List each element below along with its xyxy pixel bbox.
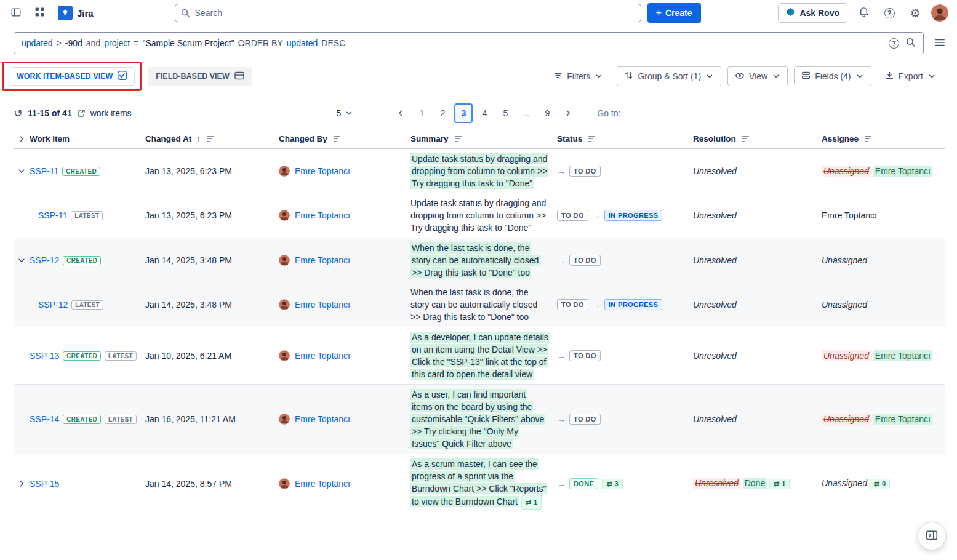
group-sort-button[interactable]: Group & Sort (1) [617, 66, 721, 86]
assignee-change-count-badge[interactable]: ⇄0 [870, 479, 890, 489]
column-menu-icon[interactable] [741, 134, 750, 144]
notifications-button[interactable] [854, 3, 873, 23]
history-table: Work Item Changed At ↑ Changed By Summar… [14, 129, 945, 513]
changed-by-link[interactable]: Emre Toptancı [295, 479, 350, 489]
ask-rovo-button[interactable]: Ask Rovo [778, 3, 847, 23]
assignee-cell: Unassigned [822, 300, 943, 310]
changed-at-cell: Jan 14, 2025, 3:48 PM [145, 255, 279, 265]
help-button[interactable]: ? [879, 3, 899, 23]
jql-query-input[interactable]: updated > -90d and project = "Sample Scr… [14, 32, 924, 54]
header-assignee[interactable]: Assignee [822, 134, 943, 144]
filters-label: Filters [567, 71, 590, 81]
created-badge: CREATED [63, 415, 101, 424]
work-item-key-link[interactable]: SSP-12 [30, 255, 59, 265]
page-button-5[interactable]: 5 [496, 103, 515, 123]
search-input[interactable] [175, 4, 641, 22]
latest-badge: LATEST [105, 351, 137, 361]
status-change-count-badge[interactable]: ⇄3 [602, 479, 622, 489]
assignee-cell: Unassigned ⇄0 [822, 478, 943, 489]
previous-page-button[interactable] [391, 103, 410, 123]
resolution-cell: Unresolved [693, 351, 822, 361]
summary-change-count-badge[interactable]: ⇄1 [521, 495, 542, 510]
header-assignee-label: Assignee [822, 134, 859, 143]
collapse-chevron-down-icon[interactable] [14, 167, 30, 175]
view-button[interactable]: View [727, 66, 788, 86]
work-item-key-link[interactable]: SSP-14 [30, 414, 59, 424]
status-cell: → DONE ⇄3 [557, 478, 693, 489]
status-lozenge-todo: TO DO [557, 210, 588, 221]
external-link-icon[interactable] [77, 109, 86, 118]
jira-home-link[interactable]: Jira [58, 6, 94, 20]
header-summary[interactable]: Summary [410, 134, 557, 144]
assignee-value: Unassigned [822, 478, 867, 488]
changed-by-link[interactable]: Emre Toptancı [295, 166, 350, 176]
changed-by-link[interactable]: Emre Toptancı [295, 210, 350, 220]
header-chevron-right-icon[interactable] [14, 135, 30, 143]
page-button-9[interactable]: 9 [538, 103, 556, 123]
status-lozenge-todo: TO DO [569, 414, 601, 425]
column-menu-icon[interactable] [587, 134, 596, 144]
refresh-icon[interactable]: ↺ [14, 108, 23, 119]
work-item-key-link[interactable]: SSP-13 [30, 351, 59, 361]
column-menu-icon[interactable] [454, 134, 463, 144]
app-switcher-button[interactable] [30, 3, 49, 23]
changed-by-link[interactable]: Emre Toptancı [295, 300, 350, 310]
work-item-key-link[interactable]: SSP-11 [30, 166, 58, 176]
transition-arrow-icon: → [557, 479, 566, 489]
header-changed-by[interactable]: Changed By [279, 134, 410, 144]
filters-button[interactable]: Filters [546, 66, 611, 86]
sort-ascending-icon[interactable]: ↑ [196, 134, 201, 143]
header-work-item-label: Work Item [30, 134, 70, 143]
resolution-cell: Unresolved Done ⇄1 [693, 478, 822, 489]
work-item-key-link[interactable]: SSP-12 [38, 300, 68, 310]
jql-token: ORDER BY [238, 38, 283, 48]
collapse-chevron-down-icon[interactable] [14, 256, 30, 265]
changed-at-cell: Jan 14, 2025, 8:57 PM [145, 479, 279, 489]
user-avatar[interactable] [931, 4, 948, 22]
next-page-button[interactable] [559, 103, 577, 123]
page-button-4[interactable]: 4 [475, 103, 494, 123]
header-resolution[interactable]: Resolution [693, 134, 822, 144]
create-button[interactable]: + Create [647, 3, 701, 23]
column-menu-icon[interactable] [206, 134, 215, 144]
work-item-based-view-tab[interactable]: WORK ITEM-BASED VIEW [9, 67, 135, 86]
expand-chevron-right-icon[interactable] [14, 479, 30, 488]
work-item-key-link[interactable]: SSP-15 [30, 479, 59, 489]
column-menu-icon[interactable] [863, 134, 873, 144]
query-menu-icon[interactable] [931, 35, 948, 52]
transition-arrow-icon: → [592, 300, 601, 310]
changed-by-link[interactable]: Emre Toptancı [295, 414, 350, 424]
settings-button[interactable]: ⚙ [905, 3, 925, 23]
field-based-view-tab[interactable]: FIELD-BASED VIEW [148, 67, 252, 86]
changed-by-link[interactable]: Emre Toptancı [295, 255, 350, 265]
plus-icon: + [656, 8, 662, 18]
assignee-cell: Unassigned Emre Toptancı [822, 351, 943, 361]
header-work-item[interactable]: Work Item [30, 134, 145, 143]
jql-token: project [104, 38, 130, 48]
create-button-label: Create [665, 8, 692, 18]
swap-icon: ⇄ [606, 480, 612, 488]
user-avatar-small [279, 166, 290, 177]
header-changed-at[interactable]: Changed At ↑ [145, 134, 279, 144]
status-lozenge-done: DONE [569, 478, 598, 489]
header-status[interactable]: Status [557, 134, 693, 144]
resolution-change-count-badge[interactable]: ⇄1 [769, 479, 790, 489]
page-ellipsis: ... [517, 103, 535, 123]
changed-by-cell: Emre Toptancı [279, 210, 410, 221]
jql-help-icon[interactable]: ? [889, 38, 899, 49]
panel-toggle-fab[interactable] [918, 522, 946, 550]
page-button-3-current[interactable]: 3 [454, 103, 473, 123]
column-menu-icon[interactable] [332, 134, 342, 144]
changed-by-link[interactable]: Emre Toptancı [295, 351, 350, 361]
work-item-key-link[interactable]: SSP-11 [38, 210, 67, 220]
jql-search-icon[interactable] [905, 37, 916, 49]
fields-button[interactable]: Fields (4) [794, 66, 871, 86]
page-size-select[interactable]: 5 [337, 108, 354, 118]
table-row: SSP-14 CREATED LATEST Jan 16, 2025, 11:2… [14, 384, 945, 454]
page-button-2[interactable]: 2 [433, 103, 452, 123]
export-button[interactable]: Export [878, 66, 943, 86]
sidebar-toggle-button[interactable] [6, 3, 26, 23]
page-button-1[interactable]: 1 [412, 103, 431, 123]
status-cell: → TO DO [557, 414, 693, 425]
view-label: View [749, 71, 767, 81]
